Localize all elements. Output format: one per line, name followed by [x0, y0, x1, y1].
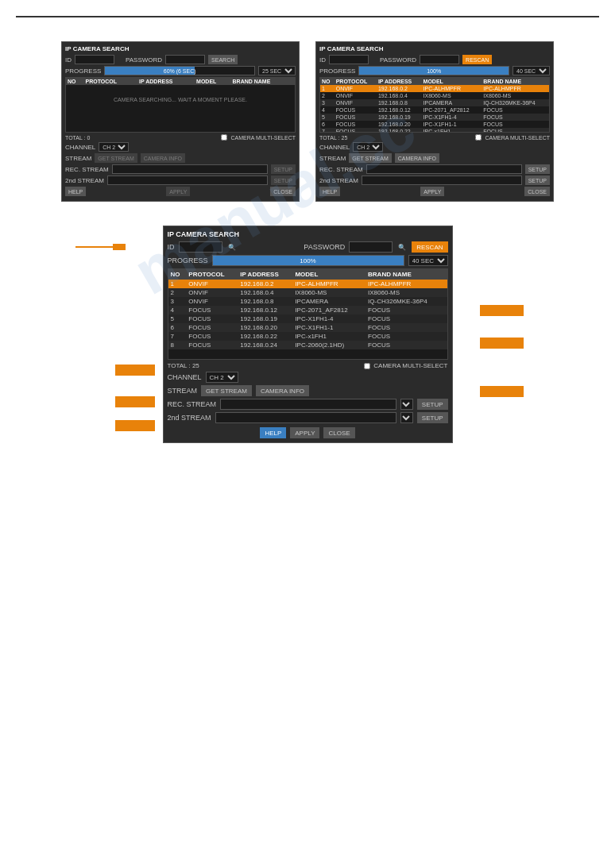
table-row[interactable]: 1ONVIF192.168.0.2IPC-ALHMPFRIPC-ALHMPFR [320, 85, 549, 92]
multi-select-checkbox-main[interactable] [364, 363, 370, 369]
sec-select-left[interactable]: 25 SEC 40 SEC [258, 66, 296, 75]
table-row[interactable]: 3ONVIF192.168.0.8IPCAMERAIQ-CH326MKE-36P… [320, 99, 549, 106]
table-row[interactable]: 8FOCUS192.168.0.24IPC-2060(2.1HD)FOCUS [168, 341, 447, 349]
rescan-button-main[interactable]: RESCAN [412, 241, 447, 253]
rec-stream-input-main[interactable] [220, 399, 396, 410]
sec-select-right[interactable]: 40 SEC [512, 66, 550, 75]
total-right: TOTAL : 25 [319, 135, 347, 141]
col-brand-left: BRAND NAME [231, 78, 295, 85]
channel-select-left[interactable]: CH 2 [99, 142, 129, 152]
table-row[interactable]: 2ONVIF192.168.0.4IX8060-MSIX8060-MS [168, 288, 447, 297]
get-stream-btn-right[interactable]: GET STREAM [349, 153, 391, 163]
rec-stream-dropdown-main[interactable]: ▼ [400, 399, 413, 410]
top-rule [16, 16, 599, 17]
sec-select-main[interactable]: 40 SEC [408, 255, 448, 266]
second-stream-input-left[interactable] [107, 176, 268, 185]
arrow-group-right [480, 305, 524, 403]
table-row[interactable]: 6FOCUS192.168.0.20IPC-X1FH1-1FOCUS [320, 121, 549, 128]
total-main: TOTAL : 25 [168, 362, 199, 369]
close-btn-left[interactable]: CLOSE [270, 187, 296, 196]
second-stream-label-left: 2nd STREAM [65, 177, 104, 184]
table-row[interactable]: 7FOCUS192.168.0.22IPC-x1FH1FOCUS [168, 332, 447, 341]
table-row[interactable]: 5FOCUS192.168.0.19IPC-X1FH1-4FOCUS [168, 314, 447, 323]
col-model-left: MODEL [195, 78, 230, 85]
rescan-button-right[interactable]: RESCAN [462, 55, 492, 64]
main-col-brand: BRAND NAME [366, 269, 447, 280]
rec-stream-input-right[interactable] [366, 164, 522, 174]
table-row[interactable]: 6FOCUS192.168.0.20IPC-X1FH1-1FOCUS [168, 323, 447, 332]
id-input-right[interactable] [329, 55, 369, 64]
arrow-right-1-container [480, 305, 524, 318]
col-ip-right: IP ADDRESS [377, 78, 422, 85]
rec-stream-label-right: REC. STREAM [319, 166, 363, 173]
main-panel-title: IP CAMERA SEARCH [168, 230, 448, 238]
camera-info-btn-left[interactable]: CAMERA INFO [141, 153, 185, 163]
table-row[interactable]: 4FOCUS192.168.0.12IPC-2071_AF2812FOCUS [320, 106, 549, 114]
apply-btn-left[interactable]: APPLY [166, 187, 190, 196]
setup-btn2-right[interactable]: SETUP [525, 176, 550, 185]
channel-label-right: CHANNEL [319, 144, 350, 151]
progress-label-main: PROGRESS [168, 257, 208, 264]
table-row[interactable]: 1ONVIF192.168.0.2IPC-ALHMPFRIPC-ALHMPFR [168, 280, 447, 288]
get-stream-btn-main[interactable]: GET STREAM [201, 385, 252, 396]
channel-label-main: CHANNEL [168, 373, 202, 381]
table-row[interactable]: 3ONVIF192.168.0.8IPCAMERAIQ-CH326MKE-36P… [168, 297, 447, 306]
left-arrow-group [115, 365, 155, 431]
camera-table-right: NO PROTOCOL IP ADDRESS MODEL BRAND NAME … [320, 78, 549, 133]
setup-btn1-left[interactable]: SETUP [271, 164, 296, 174]
apply-btn-right[interactable]: APPLY [420, 187, 444, 196]
second-stream-dropdown-main[interactable]: ▼ [400, 412, 413, 423]
left-arrow-2 [115, 396, 155, 407]
progress-text-main: 100% [213, 256, 404, 267]
apply-btn-main[interactable]: APPLY [290, 427, 319, 438]
camera-table-left: NO PROTOCOL IP ADDRESS MODEL BRAND NAME … [66, 78, 295, 103]
multi-select-checkbox-right[interactable] [475, 134, 482, 141]
progress-text-right: 100% [359, 67, 509, 76]
main-panel-wrapper: IP CAMERA SEARCH ID 🔍 PASSWORD 🔍 RESCAN … [16, 226, 599, 443]
setup-btn2-left[interactable]: SETUP [271, 176, 296, 185]
get-stream-btn-left[interactable]: GET STREAM [95, 153, 137, 163]
main-col-protocol: PROTOCOL [186, 269, 238, 280]
multi-select-checkbox-left[interactable] [221, 134, 227, 141]
search-button-left[interactable]: SEARCH [208, 55, 238, 64]
channel-select-main[interactable]: CH 2 [206, 372, 238, 383]
col-ip-left: IP ADDRESS [137, 78, 195, 85]
progress-text-left: 60% (6 SEC) [105, 67, 254, 76]
close-btn-right[interactable]: CLOSE [524, 187, 550, 196]
password-input-right[interactable] [420, 55, 459, 64]
help-btn-right[interactable]: HELP [319, 187, 340, 196]
main-col-ip: IP ADDRESS [238, 269, 292, 280]
id-label-left: ID [65, 56, 72, 64]
second-stream-input-main[interactable] [215, 412, 396, 423]
password-input-main[interactable] [349, 241, 393, 253]
channel-select-right[interactable]: CH 2 [353, 142, 383, 152]
multi-select-label-left: CAMERA MULTI-SELECT [230, 135, 296, 141]
password-label-left: PASSWORD [126, 56, 162, 64]
camera-info-btn-main[interactable]: CAMERA INFO [256, 385, 309, 396]
progress-label-right: PROGRESS [319, 68, 355, 75]
col-protocol-left: PROTOCOL [84, 78, 138, 85]
setup-btn1-main[interactable]: SETUP [417, 399, 448, 410]
table-row[interactable]: 4FOCUS192.168.0.12IPC-2071_AF2812FOCUS [168, 306, 447, 314]
table-row[interactable]: 7FOCUS192.168.0.22IPC-x1FH1FOCUS [320, 128, 549, 133]
stream-label-main: STREAM [168, 387, 198, 395]
rec-stream-input-left[interactable] [112, 164, 268, 174]
table-row[interactable]: 5FOCUS192.168.0.19IPC-X1FH1-4FOCUS [320, 114, 549, 121]
help-btn-main[interactable]: HELP [260, 427, 286, 438]
table-row[interactable]: 2ONVIF192.168.0.4IX8060-MSIX8060-MS [320, 92, 549, 99]
progress-bar-left: 60% (6 SEC) [104, 66, 255, 75]
help-btn-left[interactable]: HELP [65, 187, 86, 196]
id-input-left[interactable] [75, 55, 114, 64]
close-btn-main[interactable]: CLOSE [323, 427, 354, 438]
id-input-main[interactable] [179, 241, 222, 253]
second-stream-input-right[interactable] [362, 176, 522, 185]
camera-info-btn-right[interactable]: CAMERA INFO [395, 153, 439, 163]
main-table-container[interactable]: NO PROTOCOL IP ADDRESS MODEL BRAND NAME … [168, 268, 448, 360]
col-brand-right: BRAND NAME [482, 78, 549, 85]
panel-right: IP CAMERA SEARCH ID PASSWORD RESCAN PROG… [315, 41, 554, 202]
setup-btn1-right[interactable]: SETUP [525, 164, 550, 174]
setup-btn2-main[interactable]: SETUP [417, 412, 448, 423]
col-no-left: NO [66, 78, 84, 85]
password-input-left[interactable] [165, 55, 205, 64]
table-container-left: NO PROTOCOL IP ADDRESS MODEL BRAND NAME … [65, 77, 296, 133]
